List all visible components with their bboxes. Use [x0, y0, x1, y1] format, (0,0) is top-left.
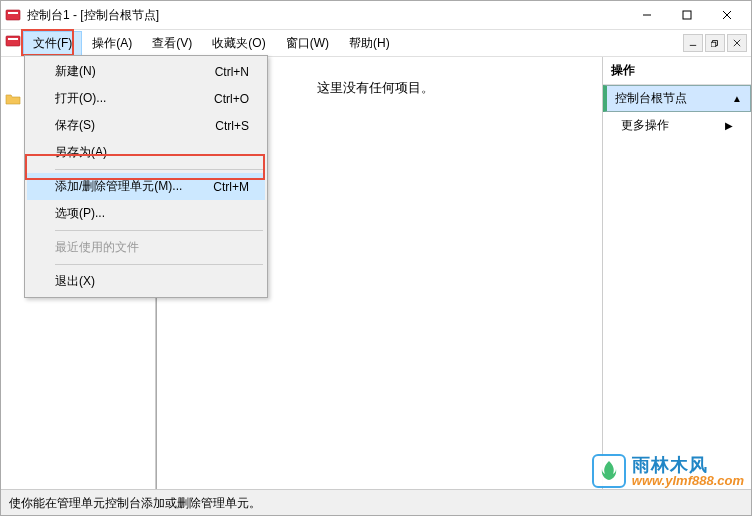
status-text: 使你能在管理单元控制台添加或删除管理单元。	[9, 496, 261, 510]
maximize-button[interactable]	[667, 2, 707, 28]
empty-list-text: 这里没有任何项目。	[317, 79, 434, 97]
chevron-right-icon: ▶	[725, 120, 733, 131]
menu-separator	[55, 230, 263, 231]
menu-item-label: 另存为(A)...	[55, 144, 117, 161]
menu-item[interactable]: 保存(S)Ctrl+S	[27, 112, 265, 139]
actions-context-label: 控制台根节点	[615, 90, 687, 107]
menu-separator	[55, 264, 263, 265]
svg-rect-1	[8, 12, 18, 14]
menu-item-shortcut: Ctrl+N	[215, 65, 257, 79]
menu-收藏夹(O)[interactable]: 收藏夹(O)	[202, 31, 275, 56]
svg-rect-7	[8, 38, 18, 40]
menu-item: 最近使用的文件	[27, 234, 265, 261]
window-controls	[627, 2, 747, 28]
menu-item[interactable]: 另存为(A)...	[27, 139, 265, 166]
actions-more-label: 更多操作	[621, 117, 669, 134]
actions-pane: 操作 控制台根节点 ▲ 更多操作 ▶	[602, 57, 751, 489]
menu-item-label: 保存(S)	[55, 117, 95, 134]
menubar: 文件(F)操作(A)查看(V)收藏夹(O)窗口(W)帮助(H)	[1, 29, 751, 57]
collapse-icon: ▲	[732, 93, 742, 104]
menu-item[interactable]: 添加/删除管理单元(M)...Ctrl+M	[27, 173, 265, 200]
menu-窗口(W)[interactable]: 窗口(W)	[276, 31, 339, 56]
menu-查看(V)[interactable]: 查看(V)	[142, 31, 202, 56]
menu-item[interactable]: 打开(O)...Ctrl+O	[27, 85, 265, 112]
watermark-logo	[592, 454, 626, 488]
menu-item-shortcut: Ctrl+M	[213, 180, 257, 194]
app-icon	[5, 7, 21, 23]
mdi-close[interactable]	[727, 34, 747, 52]
minimize-button[interactable]	[627, 2, 667, 28]
mdi-minimize[interactable]	[683, 34, 703, 52]
menu-操作(A)[interactable]: 操作(A)	[82, 31, 142, 56]
folder-icon	[5, 92, 21, 110]
menu-item-label: 最近使用的文件	[55, 239, 139, 256]
svg-rect-3	[683, 11, 691, 19]
window-title: 控制台1 - [控制台根节点]	[27, 7, 159, 24]
menu-item-label: 打开(O)...	[55, 90, 106, 107]
file-menu-dropdown: 新建(N)Ctrl+N打开(O)...Ctrl+O保存(S)Ctrl+S另存为(…	[24, 55, 268, 298]
doc-icon	[5, 33, 21, 53]
menu-item-label: 选项(P)...	[55, 205, 105, 222]
menu-item[interactable]: 退出(X)	[27, 268, 265, 295]
statusbar: 使你能在管理单元控制台添加或删除管理单元。	[1, 489, 751, 515]
close-button[interactable]	[707, 2, 747, 28]
mdi-controls	[683, 34, 747, 52]
menu-item-shortcut: Ctrl+O	[214, 92, 257, 106]
svg-rect-6	[6, 36, 20, 46]
actions-header: 操作	[603, 57, 751, 85]
menu-separator	[55, 169, 263, 170]
menu-帮助(H)[interactable]: 帮助(H)	[339, 31, 400, 56]
menu-item[interactable]: 新建(N)Ctrl+N	[27, 58, 265, 85]
mdi-restore[interactable]	[705, 34, 725, 52]
svg-rect-0	[6, 10, 20, 20]
menu-item-label: 新建(N)	[55, 63, 96, 80]
menu-item-shortcut: Ctrl+S	[215, 119, 257, 133]
menu-文件(F)[interactable]: 文件(F)	[23, 31, 82, 56]
watermark: 雨林木风 www.ylmf888.com	[592, 454, 744, 488]
svg-rect-10	[711, 42, 716, 47]
menu-item-label: 退出(X)	[55, 273, 95, 290]
actions-context[interactable]: 控制台根节点 ▲	[603, 85, 751, 112]
menu-item[interactable]: 选项(P)...	[27, 200, 265, 227]
watermark-url: www.ylmf888.com	[632, 474, 744, 487]
menu-item-label: 添加/删除管理单元(M)...	[55, 178, 182, 195]
actions-more[interactable]: 更多操作 ▶	[603, 112, 751, 139]
watermark-cn: 雨林木风	[632, 456, 744, 474]
titlebar: 控制台1 - [控制台根节点]	[1, 1, 751, 29]
